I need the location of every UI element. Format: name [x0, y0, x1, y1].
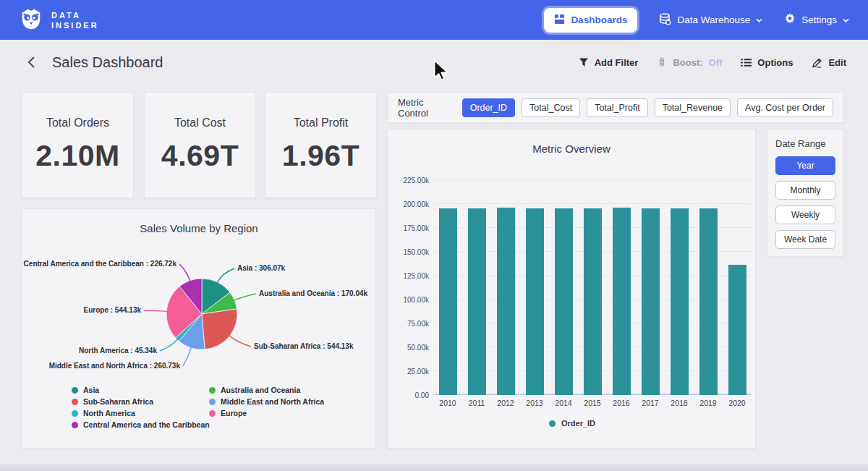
dashboards-grid-icon: [554, 14, 565, 27]
options-label: Options: [757, 57, 793, 68]
bar-2010[interactable]: [439, 208, 457, 395]
add-filter-button[interactable]: Add Filter: [579, 57, 639, 68]
legend-dot: [72, 422, 78, 428]
edit-label: Edit: [828, 57, 846, 68]
bar-2017[interactable]: [642, 208, 660, 395]
bar-2012[interactable]: [497, 208, 515, 396]
pie-label-central-america-and-the-caribbean: Central America and the Caribbean : 226.…: [24, 260, 177, 268]
kpi-card-total-orders: Total Orders 2.10M: [22, 92, 134, 198]
legend-item-australia-and-oceania[interactable]: Australia and Oceania: [209, 386, 300, 394]
rocket-icon: [657, 57, 667, 68]
metric-button-total-revenue[interactable]: Total_Revenue: [655, 98, 731, 117]
bar-2020[interactable]: [728, 265, 746, 395]
y-axis-tick: 100.00k: [403, 296, 429, 304]
y-axis-tick: 175.00k: [403, 224, 429, 232]
legend-item-middle-east-and-north-africa[interactable]: Middle East and North Africa: [209, 397, 324, 406]
pie-label-europe: Europe : 544.13k: [84, 306, 142, 314]
metric-button-total-profit[interactable]: Total_Profit: [587, 98, 648, 117]
kpi-value: 4.69T: [145, 139, 255, 173]
date-range-card: Date Range YearMonthlyWeeklyWeek Date: [767, 129, 844, 257]
bar-2013[interactable]: [526, 208, 544, 395]
top-navbar: DATA INSIDER Dashboards: [0, 0, 868, 40]
settings-label: Settings: [801, 14, 837, 25]
add-filter-label: Add Filter: [595, 57, 639, 68]
dashboards-button[interactable]: Dashboards: [544, 8, 637, 33]
pie-label-north-america: North America : 45.34k: [79, 347, 157, 355]
legend-label: Australia and Oceania: [221, 386, 300, 394]
boost-value: Off: [709, 57, 723, 68]
y-axis-tick: 50.00k: [407, 344, 429, 352]
bar-slot: [636, 180, 665, 395]
options-button[interactable]: Options: [741, 57, 793, 68]
bar-2015[interactable]: [584, 208, 602, 395]
bar-slot: [665, 180, 694, 395]
date-range-button-year[interactable]: Year: [775, 156, 835, 175]
pie-label-asia: Asia : 306.07k: [237, 264, 286, 272]
bars-row: [433, 180, 752, 395]
y-axis-tick: 150.00k: [403, 248, 429, 256]
header-actions: Add Filter Boost: Off Options: [579, 57, 846, 68]
legend-label: Asia: [83, 386, 99, 394]
date-range-button-monthly[interactable]: Monthly: [775, 181, 835, 200]
metric-control-label: Metric Control: [398, 97, 452, 119]
pie-label-sub-saharan-africa: Sub-Saharan Africa : 544.13k: [254, 342, 354, 350]
bar-2018[interactable]: [671, 208, 689, 395]
legend-label: Middle East and North Africa: [221, 397, 324, 406]
bar-slot: [549, 180, 578, 395]
database-icon: [659, 13, 671, 27]
bar-slot: [723, 180, 752, 395]
date-range-label: Date Range: [775, 138, 835, 149]
y-axis-tick: 0.00: [415, 391, 429, 399]
y-axis-tick: 225.00k: [403, 177, 429, 184]
x-axis-tick: 2011: [462, 399, 491, 407]
gear-icon: [784, 13, 796, 27]
metric-button-avg-cost-per-order[interactable]: Avg. Cost per Order: [737, 98, 833, 117]
bar-legend-item[interactable]: Order_ID: [388, 419, 757, 428]
dashboards-label: Dashboards: [571, 14, 627, 25]
filter-funnel-icon: [579, 57, 589, 67]
date-range-button-week-date[interactable]: Week Date: [775, 230, 835, 249]
x-axis-tick: 2010: [433, 399, 462, 407]
x-axis-tick: 2020: [723, 399, 752, 407]
pie-leader-line: [160, 339, 178, 351]
bar-2014[interactable]: [555, 208, 573, 395]
metric-overview-card: Metric Overview 0.0025.00k50.00k75.00k10…: [387, 129, 756, 449]
pie-leader-line: [229, 336, 251, 347]
chevron-down-icon: [843, 18, 849, 22]
pie-slice-sub-saharan-africa[interactable]: [202, 309, 237, 349]
pencil-icon: [812, 57, 822, 68]
kpi-label: Total Cost: [145, 116, 255, 130]
bar-2011[interactable]: [468, 208, 486, 395]
legend-dot: [72, 410, 78, 417]
boost-label: Boost:: [673, 57, 702, 68]
legend-item-north-america[interactable]: North America: [72, 409, 135, 417]
edit-button[interactable]: Edit: [812, 57, 846, 68]
boost-toggle[interactable]: Boost: Off: [657, 57, 722, 68]
legend-item-europe[interactable]: Europe: [209, 409, 247, 417]
x-axis-tick: 2014: [549, 399, 578, 407]
brand-logo[interactable]: DATA INSIDER: [19, 7, 99, 34]
bar-2019[interactable]: [699, 208, 718, 395]
metric-button-total-cost[interactable]: Total_Cost: [522, 98, 580, 117]
pie-leader-line: [234, 294, 256, 300]
data-warehouse-menu[interactable]: Data Warehouse: [659, 13, 762, 27]
legend-item-central-america-and-the-caribbean[interactable]: Central America and the Caribbean: [72, 420, 210, 429]
bar-2016[interactable]: [613, 208, 631, 395]
legend-dot: [209, 410, 216, 417]
legend-item-asia[interactable]: Asia: [72, 386, 99, 394]
brand-name: DATA INSIDER: [51, 10, 99, 30]
bar-x-axis: 2010201120122013201420152016201720182019…: [433, 399, 752, 407]
pie-label-middle-east-and-north-africa: Middle East and North Africa : 260.73k: [49, 362, 181, 370]
back-button[interactable]: [22, 53, 41, 72]
settings-menu[interactable]: Settings: [784, 13, 849, 27]
metric-button-order-id[interactable]: Order_ID: [462, 98, 515, 117]
legend-dot: [549, 420, 556, 427]
kpi-card-total-profit: Total Profit 1.96T: [265, 92, 377, 198]
date-range-options: YearMonthlyWeeklyWeek Date: [775, 156, 835, 249]
kpi-card-total-cost: Total Cost 4.69T: [144, 92, 256, 198]
date-range-button-weekly[interactable]: Weekly: [775, 205, 835, 224]
kpi-label: Total Orders: [22, 116, 133, 130]
pie-leader-line: [183, 347, 192, 366]
legend-item-sub-saharan-africa[interactable]: Sub-Saharan Africa: [72, 397, 153, 406]
legend-dot: [72, 387, 78, 394]
